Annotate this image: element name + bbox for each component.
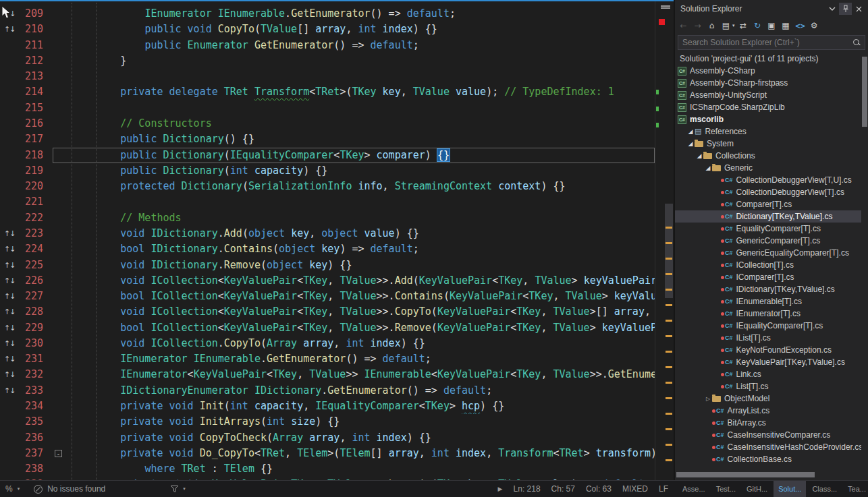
tool-tab-test[interactable]: Test... bbox=[711, 481, 740, 497]
no-issues-label[interactable]: No issues found bbox=[47, 484, 105, 494]
splitter-grip-icon[interactable] bbox=[661, 5, 670, 9]
hscroll-thumb[interactable] bbox=[676, 472, 815, 477]
code-line[interactable]: 235 private void InitArrays(int size) {} bbox=[0, 414, 655, 430]
tree-item[interactable]: C#IList[T].cs bbox=[675, 332, 861, 344]
close-icon[interactable] bbox=[852, 3, 865, 15]
code-line[interactable]: 214 private delegate TRet Transform<TRet… bbox=[0, 84, 655, 100]
tree-item[interactable]: C#IComparer[T].cs bbox=[675, 271, 861, 283]
expander-closed-icon[interactable]: ▷ bbox=[704, 396, 712, 402]
code-line[interactable]: 218 public Dictionary(IEqualityComparer<… bbox=[0, 148, 655, 163]
dropdown-caret-icon[interactable]: ▾ bbox=[732, 23, 735, 28]
scrollbar-thumb[interactable] bbox=[665, 204, 673, 298]
show-all-files-icon[interactable]: ▦ bbox=[780, 20, 792, 32]
search-input[interactable] bbox=[682, 38, 852, 47]
tree-item[interactable]: C#CollectionDebuggerView[T,U].cs bbox=[675, 174, 861, 186]
panel-menu-icon[interactable] bbox=[825, 3, 838, 15]
tree-item[interactable]: C#CaseInsensitiveHashCodeProvider.cs bbox=[675, 441, 861, 453]
expander-open-icon[interactable]: ◢ bbox=[686, 140, 695, 147]
run-indicator-icon[interactable]: ▶ bbox=[498, 486, 503, 492]
tree-item[interactable]: C#ICollection[T].cs bbox=[675, 259, 861, 271]
code-line[interactable]: ↑↓225 void IDictionary.Remove(object key… bbox=[0, 258, 655, 273]
copy-docs-icon[interactable]: ▣ bbox=[766, 20, 778, 32]
tree-hscrollbar[interactable] bbox=[675, 471, 861, 478]
expander-open-icon[interactable]: ◢ bbox=[686, 128, 695, 135]
tree-item[interactable]: C#Dictionary[TKey,TValue].cs bbox=[675, 210, 861, 223]
tool-tab-solut[interactable]: Solut... bbox=[774, 481, 806, 497]
code-line[interactable]: ↑↓229 bool ICollection<KeyValuePair<TKey… bbox=[0, 320, 655, 336]
code-line[interactable]: ↑↓228 void ICollection<KeyValuePair<TKey… bbox=[0, 304, 655, 320]
code-line[interactable]: 236 private void CopyToCheck(Array array… bbox=[0, 430, 655, 446]
sync-active-icon[interactable]: ⇄ bbox=[738, 20, 749, 32]
forward-icon[interactable]: → bbox=[692, 20, 703, 32]
zoom-label[interactable]: % bbox=[5, 484, 13, 494]
expander-open-icon[interactable]: ◢ bbox=[704, 165, 712, 171]
back-icon[interactable]: ← bbox=[678, 20, 689, 32]
tree-item[interactable]: C#Link.cs bbox=[675, 368, 861, 380]
code-line[interactable]: 217 public Dictionary() {} bbox=[0, 131, 655, 147]
char-indicator[interactable]: Ch: 57 bbox=[551, 484, 575, 494]
filter-icon[interactable] bbox=[171, 486, 178, 492]
code-line[interactable]: 215 bbox=[0, 100, 655, 116]
tree-item[interactable]: C#CollectionDebuggerView[T].cs bbox=[675, 186, 861, 198]
tree-item[interactable]: C#IDictionary[TKey,TValue].cs bbox=[675, 283, 861, 295]
tree-item[interactable]: Solution 'project-gui' (11 of 11 project… bbox=[675, 53, 861, 65]
tool-tab-class[interactable]: Class... bbox=[807, 481, 842, 497]
tree-item[interactable]: C#GenericComparer[T].cs bbox=[675, 235, 861, 247]
home-icon[interactable]: ⌂ bbox=[706, 20, 717, 32]
code-line[interactable]: ↑↓231 IEnumerator IEnumerable.GetEnumera… bbox=[0, 351, 655, 367]
code-line[interactable]: 222 // Methods bbox=[0, 210, 655, 226]
code-line[interactable]: ↑↓227 bool ICollection<KeyValuePair<TKey… bbox=[0, 289, 655, 304]
expander-open-icon[interactable]: ◢ bbox=[695, 152, 703, 159]
tree-item[interactable]: ◢Generic bbox=[675, 162, 861, 174]
code-line[interactable]: 216 // Constructors bbox=[0, 116, 655, 131]
tree-item[interactable]: C#EqualityComparer[T].cs bbox=[675, 223, 861, 235]
tree-item[interactable]: C#ArrayList.cs bbox=[675, 405, 861, 417]
view-code-icon[interactable]: <> bbox=[794, 20, 806, 32]
tree-item[interactable]: C#Assembly-CSharp bbox=[675, 65, 861, 77]
code-line[interactable]: 212 } bbox=[0, 53, 655, 69]
tree-vscrollbar[interactable] bbox=[861, 53, 868, 469]
code-line[interactable]: ↑↓226 void ICollection<KeyValuePair<TKey… bbox=[0, 273, 655, 289]
tree-item[interactable]: C#KeyValuePair[TKey,TValue].cs bbox=[675, 356, 861, 368]
tree-item[interactable]: C#KeyNotFoundException.cs bbox=[675, 344, 861, 356]
scrollbar-ruler[interactable] bbox=[655, 1, 674, 480]
line-indicator[interactable]: Ln: 218 bbox=[514, 484, 541, 494]
tree-item[interactable]: C#GenericEqualityComparer[T].cs bbox=[675, 247, 861, 259]
column-indicator[interactable]: Col: 63 bbox=[586, 484, 612, 494]
tree-item[interactable]: C#List[T].cs bbox=[675, 380, 861, 392]
tree-item[interactable]: C#CollectionBase.cs bbox=[675, 453, 861, 465]
encoding-indicator[interactable]: MIXED bbox=[622, 484, 648, 494]
code-line[interactable]: 220 protected Dictionary(SerializationIn… bbox=[0, 179, 655, 194]
vscroll-thumb[interactable] bbox=[862, 57, 867, 127]
tree-item[interactable]: ▷ObjectModel bbox=[675, 392, 861, 405]
properties-icon[interactable]: ⚙ bbox=[809, 20, 820, 32]
tree-item[interactable]: C#BitArray.cs bbox=[675, 417, 861, 429]
code-editor[interactable]: ↑↓209 IEnumerator IEnumerable.GetEnumera… bbox=[0, 0, 674, 480]
code-line[interactable]: ↑↓210 public void CopyTo(TValue[] array,… bbox=[0, 22, 655, 37]
tree-item[interactable]: ◢▤References bbox=[675, 125, 861, 138]
code-line[interactable]: ↑↓233 IDictionaryEnumerator IDictionary.… bbox=[0, 383, 655, 399]
code-line[interactable]: ↑↓232 IEnumerator<KeyValuePair<TKey, TVa… bbox=[0, 367, 655, 382]
tool-tab-asse[interactable]: Asse... bbox=[678, 481, 710, 497]
switch-views-icon[interactable]: ▤ bbox=[720, 20, 732, 32]
code-line[interactable]: 237- private void Do_CopyTo<TRet, TElem>… bbox=[0, 446, 655, 461]
code-line[interactable]: 219 public Dictionary(int capacity) {} bbox=[0, 163, 655, 179]
code-line[interactable]: ↑↓230 void ICollection.CopyTo(Array arra… bbox=[0, 336, 655, 351]
refresh-icon[interactable]: ↻ bbox=[752, 20, 763, 32]
code-line[interactable]: 221 bbox=[0, 194, 655, 210]
tree-item[interactable]: C#ICSharpCode.SharpZipLib bbox=[675, 101, 861, 113]
code-line[interactable]: ↑↓223 void IDictionary.Add(object key, o… bbox=[0, 226, 655, 241]
tool-tab-gith[interactable]: GitH... bbox=[742, 481, 772, 497]
code-line[interactable]: 213 bbox=[0, 69, 655, 84]
zoom-caret-icon[interactable]: ▾ bbox=[18, 486, 20, 492]
fold-collapse-button[interactable]: - bbox=[55, 450, 62, 457]
code-line[interactable]: 211 public Enumerator GetEnumerator() =>… bbox=[0, 38, 655, 53]
tree-item[interactable]: C#Assembly-CSharp-firstpass bbox=[675, 77, 861, 89]
tree-item[interactable]: C#Assembly-UnityScript bbox=[675, 89, 861, 101]
tree-item[interactable]: ◢System bbox=[675, 138, 861, 150]
search-box[interactable] bbox=[678, 35, 865, 50]
tree-item[interactable]: C#IEnumerator[T].cs bbox=[675, 308, 861, 320]
code-line[interactable]: ↑↓224 bool IDictionary.Contains(object k… bbox=[0, 241, 655, 257]
pin-icon[interactable] bbox=[839, 3, 852, 15]
search-icon[interactable] bbox=[852, 38, 861, 47]
